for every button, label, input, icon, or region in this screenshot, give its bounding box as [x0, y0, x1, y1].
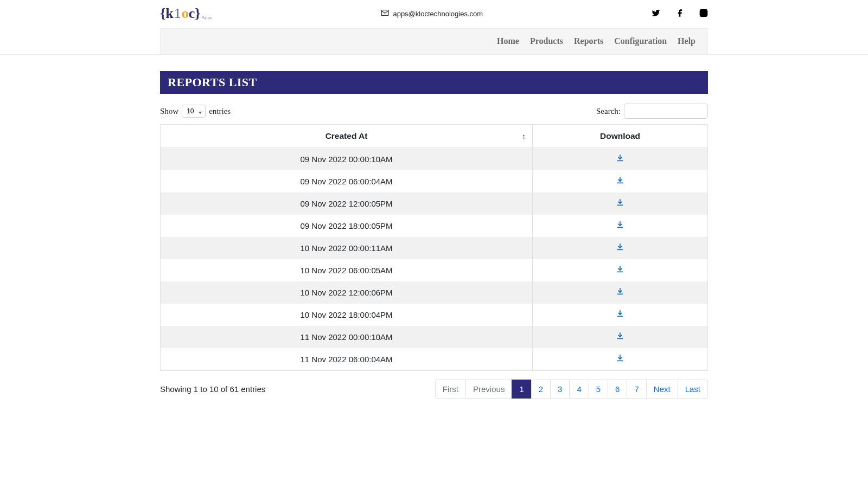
cell-download: [533, 215, 708, 237]
table-row: 10 Nov 2022 12:00:06PM: [161, 281, 708, 304]
column-header-created-at[interactable]: Created At ↑↓: [161, 125, 533, 148]
download-link[interactable]: [616, 155, 624, 164]
cell-created-at: 09 Nov 2022 06:00:04AM: [161, 170, 533, 192]
cell-created-at: 09 Nov 2022 18:00:05PM: [161, 215, 533, 237]
cell-created-at: 10 Nov 2022 18:00:04PM: [161, 304, 533, 326]
table-row: 10 Nov 2022 18:00:04PM: [161, 304, 708, 326]
svg-point-3: [705, 10, 706, 11]
reports-table: Created At ↑↓ Download 09 Nov 2022 00:00…: [160, 124, 708, 371]
column-header-download[interactable]: Download: [533, 125, 708, 148]
show-entries-suffix: entries: [209, 107, 231, 116]
download-icon: [616, 310, 624, 319]
cell-download: [533, 259, 708, 281]
download-link[interactable]: [616, 177, 624, 186]
download-icon: [616, 177, 624, 186]
table-row: 09 Nov 2022 06:00:04AM: [161, 170, 708, 192]
pagination-previous: Previous: [465, 380, 512, 399]
cell-created-at: 10 Nov 2022 06:00:05AM: [161, 259, 533, 281]
cell-download: [533, 281, 708, 304]
entries-info: Showing 1 to 10 of 61 entries: [160, 384, 265, 394]
nav-help[interactable]: Help: [678, 36, 695, 46]
cell-created-at: 09 Nov 2022 00:00:10AM: [161, 148, 533, 171]
pagination-page-4[interactable]: 4: [569, 380, 589, 399]
cell-created-at: 10 Nov 2022 12:00:06PM: [161, 281, 533, 304]
cell-created-at: 09 Nov 2022 12:00:05PM: [161, 192, 533, 215]
pagination-last[interactable]: Last: [678, 380, 708, 399]
contact-email[interactable]: apps@kloctechnologies.com: [380, 8, 483, 19]
table-row: 10 Nov 2022 06:00:05AM: [161, 259, 708, 281]
pagination-next[interactable]: Next: [646, 380, 678, 399]
twitter-icon: [652, 10, 660, 19]
pagination-first: First: [435, 380, 466, 399]
pagination-page-7[interactable]: 7: [627, 380, 646, 399]
cell-download: [533, 170, 708, 192]
pagination-page-3[interactable]: 3: [550, 380, 570, 399]
download-icon: [616, 355, 624, 364]
twitter-link[interactable]: [652, 9, 660, 19]
search-input[interactable]: [624, 104, 708, 119]
table-row: 10 Nov 2022 00:00:11AM: [161, 237, 708, 259]
download-link[interactable]: [616, 221, 624, 230]
facebook-link[interactable]: [675, 9, 684, 19]
brand-logo[interactable]: {k1oc}Apps: [160, 5, 212, 22]
download-link[interactable]: [616, 310, 624, 319]
table-row: 09 Nov 2022 00:00:10AM: [161, 148, 708, 171]
nav-reports[interactable]: Reports: [574, 36, 603, 46]
instagram-icon: [699, 10, 708, 19]
sort-icon: ↑↓: [522, 132, 525, 140]
cell-created-at: 11 Nov 2022 00:00:10AM: [161, 326, 533, 348]
cell-created-at: 10 Nov 2022 00:00:11AM: [161, 237, 533, 259]
download-link[interactable]: [616, 332, 624, 342]
mail-icon: [380, 8, 390, 19]
cell-download: [533, 348, 708, 371]
download-icon: [616, 266, 624, 275]
nav-home[interactable]: Home: [497, 36, 519, 46]
table-row: 09 Nov 2022 12:00:05PM: [161, 192, 708, 215]
cell-download: [533, 304, 708, 326]
table-row: 11 Nov 2022 00:00:10AM: [161, 326, 708, 348]
page-title: REPORTS LIST: [160, 71, 708, 94]
instagram-link[interactable]: [699, 9, 708, 19]
download-link[interactable]: [616, 199, 624, 208]
show-entries-prefix: Show: [160, 107, 178, 116]
svg-point-2: [702, 11, 705, 14]
download-icon: [616, 221, 624, 230]
download-icon: [616, 199, 624, 208]
pagination: FirstPrevious1234567NextLast: [436, 380, 708, 399]
pagination-page-2[interactable]: 2: [531, 380, 551, 399]
download-link[interactable]: [616, 266, 624, 275]
pagination-page-6[interactable]: 6: [608, 380, 627, 399]
table-row: 11 Nov 2022 06:00:04AM: [161, 348, 708, 371]
cell-download: [533, 326, 708, 348]
facebook-icon: [675, 10, 684, 19]
download-icon: [616, 332, 624, 342]
download-icon: [616, 288, 624, 297]
download-icon: [616, 155, 624, 164]
cell-download: [533, 237, 708, 259]
entries-select[interactable]: 10: [182, 105, 206, 118]
cell-download: [533, 148, 708, 171]
contact-email-text: apps@kloctechnologies.com: [393, 10, 483, 18]
download-icon: [616, 243, 624, 253]
download-link[interactable]: [616, 288, 624, 297]
nav-products[interactable]: Products: [530, 36, 563, 46]
nav-configuration[interactable]: Configuration: [614, 36, 667, 46]
cell-created-at: 11 Nov 2022 06:00:04AM: [161, 348, 533, 371]
download-link[interactable]: [616, 355, 624, 364]
pagination-page-5[interactable]: 5: [589, 380, 608, 399]
search-label: Search:: [596, 107, 621, 116]
download-link[interactable]: [616, 243, 624, 253]
main-nav: Home Products Reports Configuration Help: [161, 29, 707, 54]
cell-download: [533, 192, 708, 215]
table-row: 09 Nov 2022 18:00:05PM: [161, 215, 708, 237]
pagination-page-1[interactable]: 1: [512, 380, 531, 399]
